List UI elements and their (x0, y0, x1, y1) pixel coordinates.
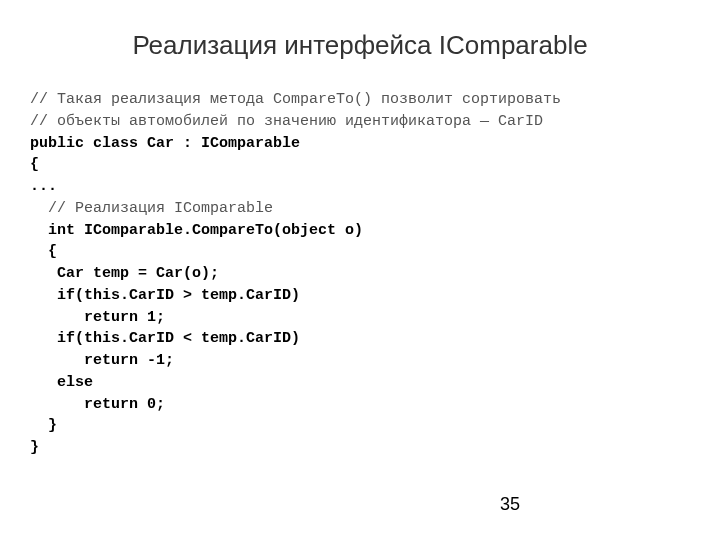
code-line: else (30, 374, 93, 391)
code-line: ... (30, 178, 57, 195)
comment-line: // Такая реализация метода CompareTo() п… (30, 91, 561, 108)
slide: Реализация интерфейса IComparable // Так… (0, 0, 720, 479)
code-line: return 0; (30, 396, 165, 413)
code-line: } (30, 439, 39, 456)
page-number: 35 (500, 494, 520, 515)
code-line: int IComparable.CompareTo(object o) (30, 222, 363, 239)
code-line: if(this.CarID < temp.CarID) (30, 330, 300, 347)
slide-title: Реализация интерфейса IComparable (30, 30, 690, 61)
code-line: public class Car : IComparable (30, 135, 300, 152)
code-line: if(this.CarID > temp.CarID) (30, 287, 300, 304)
code-line: { (30, 243, 57, 260)
code-line: Car temp = Car(o); (30, 265, 219, 282)
code-line: { (30, 156, 39, 173)
code-block: // Такая реализация метода CompareTo() п… (30, 89, 690, 459)
comment-line: // объекты автомобилей по значению идент… (30, 113, 543, 130)
code-line: return 1; (30, 309, 165, 326)
code-line: return -1; (30, 352, 174, 369)
comment-line: // Реализация IComparable (30, 200, 273, 217)
code-line: } (30, 417, 57, 434)
